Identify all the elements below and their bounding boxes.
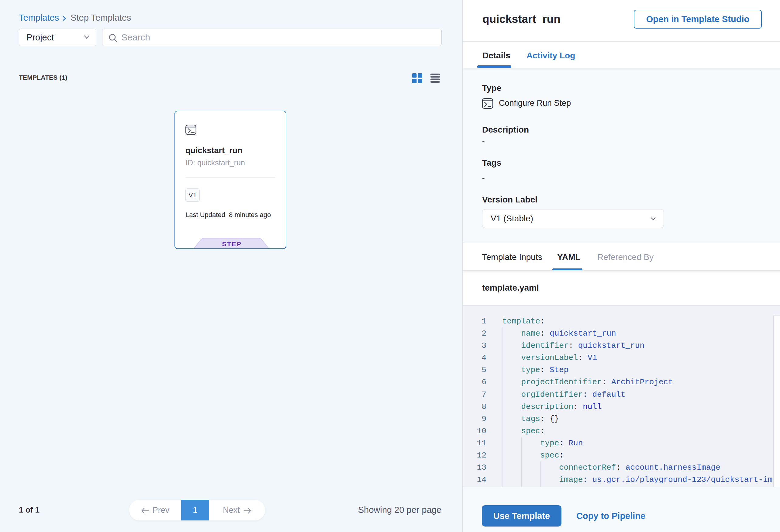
svg-text:STEP: STEP xyxy=(222,240,242,247)
